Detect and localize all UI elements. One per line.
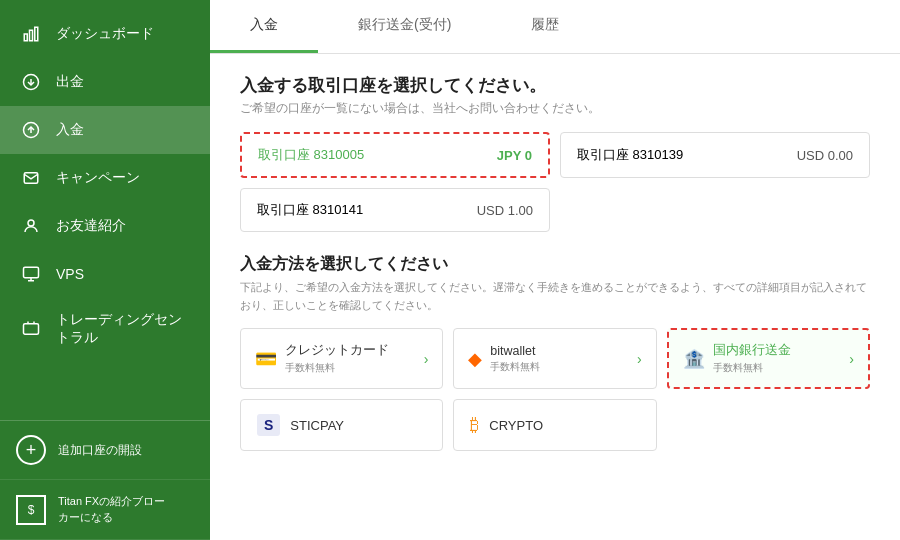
main-content: 入金 銀行送金(受付) 履歴 入金する取引口座を選択してください。 ご希望の口座… [210, 0, 900, 540]
add-account-button[interactable]: + 追加口座の開設 [0, 421, 210, 480]
bank-domestic-arrow: › [849, 351, 854, 367]
add-account-label: 追加口座の開設 [58, 442, 142, 459]
payment-section-title: 入金方法を選択してください [240, 254, 870, 275]
payment-section: 入金方法を選択してください 下記より、ご希望の入金方法を選択してください。遅滞な… [240, 254, 870, 451]
crypto-label: CRYPTO [489, 418, 543, 433]
bank-domestic-icon: 🏦 [683, 348, 705, 370]
payment-card-sticpay[interactable]: S STICPAY [240, 399, 443, 451]
account-section-title: 入金する取引口座を選択してください。 [240, 74, 870, 97]
accounts-grid: 取引口座 8310005 JPY 0 取引口座 8310139 USD 0.00… [240, 132, 870, 232]
trading-central-icon [20, 318, 42, 340]
account-id-8310005: 取引口座 8310005 [258, 146, 364, 164]
sticpay-icon: S [257, 414, 280, 436]
vps-icon [20, 263, 42, 285]
campaign-icon [20, 167, 42, 189]
credit-card-label: クレジットカード [285, 342, 389, 359]
referral-icon [20, 215, 42, 237]
payment-section-subtitle: 下記より、ご希望の入金方法を選択してください。遅滞なく手続きを進めることができる… [240, 279, 870, 314]
bitwallet-icon: ◆ [468, 348, 482, 370]
bitwallet-arrow: › [637, 351, 642, 367]
bank-domestic-label: 国内銀行送金 [713, 342, 791, 359]
sidebar-item-dashboard[interactable]: ダッシュボード [0, 10, 210, 58]
account-section-subtitle: ご希望の口座が一覧にない場合は、当社へお問い合わせください。 [240, 101, 870, 116]
sidebar-item-deposit-label: 入金 [56, 121, 84, 139]
referrer-icon: $ [16, 495, 46, 525]
bitwallet-label: bitwallet [490, 344, 540, 358]
svg-rect-12 [24, 324, 39, 335]
sidebar-bottom: + 追加口座の開設 $ Titan FXの紹介ブローカーになる [0, 420, 210, 540]
payment-card-bitwallet[interactable]: ◆ bitwallet 手数料無料 › [453, 328, 656, 389]
tab-deposit[interactable]: 入金 [210, 0, 318, 53]
sidebar-nav: ダッシュボード 出金 入金 キャンペーン [0, 0, 210, 420]
bitwallet-fee: 手数料無料 [490, 360, 540, 374]
sidebar-item-vps-label: VPS [56, 266, 84, 282]
sidebar-item-trading-central[interactable]: トレーディングセントラル [0, 298, 210, 360]
tab-history[interactable]: 履歴 [491, 0, 599, 53]
bar-chart-icon [20, 23, 42, 45]
sidebar-item-campaign[interactable]: キャンペーン [0, 154, 210, 202]
credit-card-icon: 💳 [255, 348, 277, 370]
bank-domestic-fee: 手数料無料 [713, 361, 791, 375]
payment-card-credit[interactable]: 💳 クレジットカード 手数料無料 › [240, 328, 443, 389]
sidebar-item-withdraw[interactable]: 出金 [0, 58, 210, 106]
account-balance-8310139: USD 0.00 [797, 148, 853, 163]
account-card-8310005[interactable]: 取引口座 8310005 JPY 0 [240, 132, 550, 178]
svg-rect-1 [30, 30, 33, 41]
deposit-icon [20, 119, 42, 141]
sidebar-item-deposit[interactable]: 入金 [0, 106, 210, 154]
credit-card-text: クレジットカード 手数料無料 [285, 342, 389, 375]
referrer-button[interactable]: $ Titan FXの紹介ブローカーになる [0, 480, 210, 540]
bitwallet-text: bitwallet 手数料無料 [490, 344, 540, 374]
sidebar: ダッシュボード 出金 入金 キャンペーン [0, 0, 210, 540]
sidebar-item-referral[interactable]: お友達紹介 [0, 202, 210, 250]
sidebar-item-campaign-label: キャンペーン [56, 169, 140, 187]
svg-rect-0 [24, 34, 27, 41]
bank-domestic-text: 国内銀行送金 手数料無料 [713, 342, 791, 375]
tab-bank-transfer[interactable]: 銀行送金(受付) [318, 0, 491, 53]
referrer-label: Titan FXの紹介ブローカーになる [58, 494, 165, 525]
account-id-8310141: 取引口座 8310141 [257, 201, 363, 219]
account-card-8310139[interactable]: 取引口座 8310139 USD 0.00 [560, 132, 870, 178]
account-balance-8310141: USD 1.00 [477, 203, 533, 218]
svg-rect-9 [24, 267, 39, 278]
sidebar-item-vps[interactable]: VPS [0, 250, 210, 298]
payment-card-crypto[interactable]: ₿ CRYPTO [453, 399, 656, 451]
account-card-8310141[interactable]: 取引口座 8310141 USD 1.00 [240, 188, 550, 232]
credit-card-fee: 手数料無料 [285, 361, 389, 375]
credit-card-arrow: › [424, 351, 429, 367]
sidebar-item-trading-label: トレーディングセントラル [56, 311, 190, 347]
svg-rect-2 [35, 27, 38, 41]
account-balance-8310005: JPY 0 [497, 148, 532, 163]
payment-methods-row1: 💳 クレジットカード 手数料無料 › ◆ bitwallet 手数料無料 › [240, 328, 870, 389]
tab-bar: 入金 銀行送金(受付) 履歴 [210, 0, 900, 54]
sidebar-item-dashboard-label: ダッシュボード [56, 25, 154, 43]
payment-methods-row2: S STICPAY ₿ CRYPTO [240, 399, 870, 451]
crypto-icon: ₿ [470, 415, 479, 436]
withdraw-icon [20, 71, 42, 93]
sidebar-item-referral-label: お友達紹介 [56, 217, 126, 235]
content-area: 入金する取引口座を選択してください。 ご希望の口座が一覧にない場合は、当社へお問… [210, 54, 900, 540]
payment-card-bank-domestic[interactable]: 🏦 国内銀行送金 手数料無料 › [667, 328, 870, 389]
sticpay-label: STICPAY [290, 418, 344, 433]
account-section: 入金する取引口座を選択してください。 ご希望の口座が一覧にない場合は、当社へお問… [240, 74, 870, 232]
svg-point-8 [28, 220, 34, 226]
account-id-8310139: 取引口座 8310139 [577, 146, 683, 164]
sidebar-item-withdraw-label: 出金 [56, 73, 84, 91]
add-account-icon: + [16, 435, 46, 465]
